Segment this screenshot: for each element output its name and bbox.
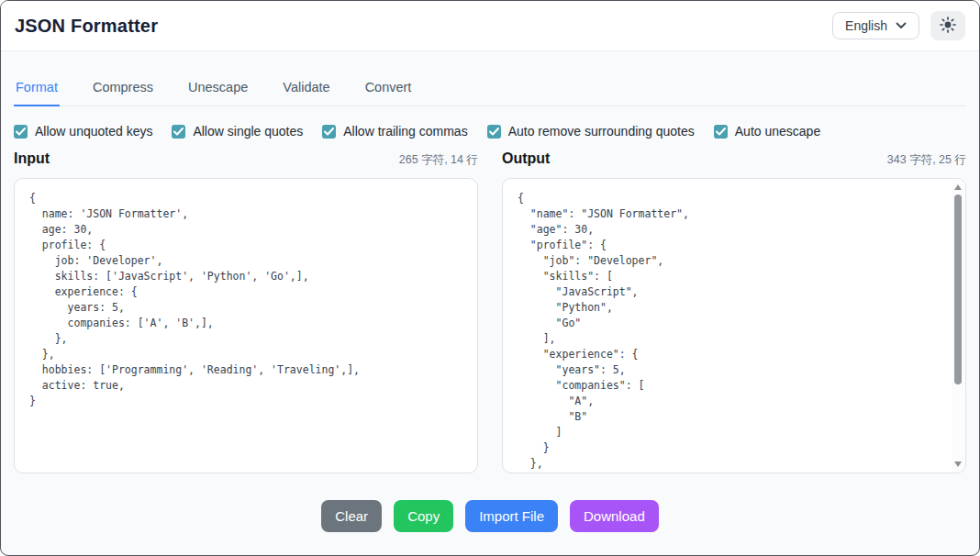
- output-scrollbar[interactable]: [952, 180, 964, 472]
- output-stats: 343 字符, 25 行: [887, 152, 966, 168]
- option-label: Auto unescape: [735, 124, 820, 139]
- input-editor[interactable]: { name: 'JSON Formatter', age: 30, profi…: [14, 178, 478, 473]
- tab-validate[interactable]: Validate: [281, 74, 331, 106]
- clear-button[interactable]: Clear: [321, 500, 382, 532]
- output-viewer: { "name": "JSON Formatter", "age": 30, "…: [502, 178, 966, 473]
- input-code[interactable]: { name: 'JSON Formatter', age: 30, profi…: [15, 179, 477, 421]
- page-title: JSON Formatter: [15, 16, 158, 37]
- output-code: { "name": "JSON Formatter", "age": 30, "…: [503, 179, 965, 473]
- main-content: Format Compress Unescape Validate Conver…: [1, 74, 979, 532]
- checkbox-checked[interactable]: [714, 125, 728, 139]
- theme-toggle-button[interactable]: [930, 11, 965, 40]
- output-column: Output 343 字符, 25 行 { "name": "JSON Form…: [502, 141, 966, 473]
- input-title: Input: [14, 150, 50, 167]
- input-stats: 265 字符, 14 行: [399, 152, 478, 168]
- download-button[interactable]: Download: [570, 500, 659, 532]
- checkbox-checked[interactable]: [322, 125, 336, 139]
- option-allow-trailing-commas[interactable]: Allow trailing commas: [322, 124, 467, 139]
- format-options: Allow unquoted keys Allow single quotes …: [14, 124, 966, 139]
- input-column: Input 265 字符, 14 行 { name: 'JSON Formatt…: [14, 141, 478, 473]
- option-auto-remove-surrounding-quotes[interactable]: Auto remove surrounding quotes: [487, 124, 695, 139]
- tab-bar: Format Compress Unescape Validate Conver…: [14, 74, 966, 106]
- editor-panels: Input 265 字符, 14 行 { name: 'JSON Formatt…: [14, 141, 966, 473]
- json-formatter-app: JSON Formatter English: [0, 0, 980, 556]
- option-label: Auto remove surrounding quotes: [508, 124, 695, 139]
- checkbox-checked[interactable]: [487, 125, 501, 139]
- checkbox-checked[interactable]: [14, 125, 28, 139]
- header: JSON Formatter English: [1, 1, 979, 51]
- option-allow-single-quotes[interactable]: Allow single quotes: [172, 124, 303, 139]
- tab-format[interactable]: Format: [14, 74, 60, 106]
- copy-button[interactable]: Copy: [394, 500, 453, 532]
- scroll-down-arrow-icon[interactable]: [954, 461, 962, 467]
- checkbox-checked[interactable]: [172, 125, 185, 139]
- tab-compress[interactable]: Compress: [91, 74, 155, 106]
- scrollbar-thumb[interactable]: [954, 195, 962, 384]
- sun-icon: [940, 17, 956, 36]
- header-actions: English: [832, 11, 965, 40]
- output-title: Output: [502, 150, 550, 167]
- option-label: Allow single quotes: [193, 124, 303, 139]
- language-select[interactable]: English: [832, 12, 919, 39]
- input-panel-header: Input 265 字符, 14 行: [14, 150, 478, 168]
- action-buttons: Clear Copy Import File Download: [14, 500, 966, 532]
- tab-unescape[interactable]: Unescape: [186, 74, 250, 106]
- option-auto-unescape[interactable]: Auto unescape: [714, 124, 820, 139]
- option-label: Allow unquoted keys: [35, 124, 152, 139]
- scroll-up-arrow-icon[interactable]: [954, 184, 962, 190]
- chevron-down-icon: [896, 22, 907, 29]
- import-file-button[interactable]: Import File: [465, 500, 558, 532]
- option-label: Allow trailing commas: [343, 124, 467, 139]
- language-select-value: English: [845, 18, 887, 33]
- option-allow-unquoted-keys[interactable]: Allow unquoted keys: [14, 124, 152, 139]
- output-panel-header: Output 343 字符, 25 行: [502, 150, 966, 168]
- tab-convert[interactable]: Convert: [363, 74, 414, 106]
